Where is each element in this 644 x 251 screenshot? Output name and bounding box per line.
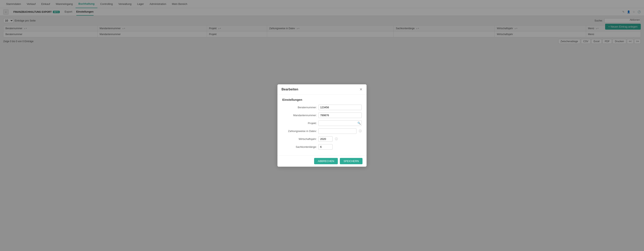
modal-overlay: Bearbeiten ✕ Einstellungen Beraternummer… xyxy=(0,0,644,46)
